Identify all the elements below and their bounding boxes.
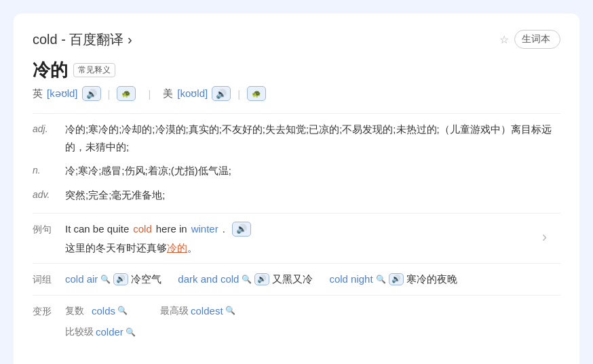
phrase-word-cold-night[interactable]: cold night [329,270,372,288]
example-en: It can be quite cold here in winter. 🔊 [65,220,560,238]
word-title-row: 冷的 常见释义 [33,58,560,82]
phrase-audio-btn-2[interactable]: 🔊 [389,273,404,285]
example-arrow-icon[interactable]: › [542,228,547,246]
morphology-section-row: 变形 复数 colds 🔍 最高级 coldest 🔍 比较级 colder [33,302,560,345]
example-speaker-icon: 🔊 [236,224,247,234]
def-adj-text: 冷的;寒冷的;冷却的;冷漠的;真实的;不友好的;失去知觉;已凉的;不易发现的;未… [65,121,560,155]
plural-search-icon[interactable]: 🔍 [117,304,128,317]
translation-card: cold - 百度翻译 › ☆ 生词本 冷的 常见释义 英 [kəʊld] 🔊 … [14,14,579,364]
definitions-section: adj. 冷的;寒冷的;冷却的;冷漠的;真实的;不友好的;失去知觉;已凉的;不易… [33,121,560,203]
morphology-item-superlative: 最高级 coldest 🔍 [160,302,235,320]
plural-word[interactable]: colds [92,302,115,320]
phrase-item-cold-air: cold air 🔍 🔊 冷空气 [65,270,161,288]
british-audio-btn[interactable]: 🔊 [82,86,101,101]
phrase-search-icon-1[interactable]: 🔍 [242,272,252,286]
slow-speaker-icon-2: 🐢 [252,89,261,98]
example-en-after: . [223,220,225,238]
plural-form-label: 复数 [65,303,90,319]
example-section-wrapper: 例句 It can be quite cold here in winter. … [33,220,560,256]
british-phonetic-text: [kəʊld] [47,87,78,100]
phonetics-separator: | [148,88,151,100]
british-slow-audio-btn[interactable]: 🐢 [117,86,136,101]
definition-row-n: n. 冷;寒冷;感冒;伤风;着凉;(尤指)低气温; [33,162,560,180]
header-right: ☆ 生词本 [499,30,560,49]
speaker-icon: 🔊 [86,89,97,99]
american-label: 美 [163,87,173,100]
morph-divider [33,295,560,296]
divider-pipe: | [108,88,111,100]
example-cold-word: cold [133,220,152,238]
phrases-content: cold air 🔍 🔊 冷空气 dark and cold 🔍 🔊 又黑又冷 … [65,270,560,288]
superlative-form-label: 最高级 [160,303,189,319]
morphology-label: 变形 [33,302,65,320]
pos-adv: adv. [33,186,65,204]
vocab-button-label: 生词本 [522,33,550,45]
definition-row-adj: adj. 冷的;寒冷的;冷却的;冷漠的;真实的;不友好的;失去知觉;已凉的;不易… [33,121,560,155]
example-label: 例句 [33,220,65,238]
top-divider [33,113,560,114]
phrase-word-dark-cold[interactable]: dark and cold [178,270,239,288]
phrase-audio-btn-0[interactable]: 🔊 [113,273,128,285]
example-zh-highlight: 冷的 [167,242,187,254]
phrase-divider [33,263,560,264]
def-adv-text: 突然;完全;毫无准备地; [65,186,560,204]
star-icon: ☆ [499,33,509,46]
phrase-search-icon-2[interactable]: 🔍 [376,272,386,286]
phrase-audio-btn-1[interactable]: 🔊 [254,273,269,285]
morphology-item-comparative: 比较级 colder 🔍 [65,323,136,341]
american-phonetic-text: [koʊld] [177,87,208,100]
comparative-form-label: 比较级 [65,324,94,340]
british-label: 英 [33,87,43,100]
phrases-label: 词组 [33,270,65,288]
speaker-icon-2: 🔊 [216,89,227,99]
example-zh: 这里的冬天有时还真够冷的。 [65,239,560,257]
page-title: cold - 百度翻译 › [33,32,132,47]
divider-pipe-2: | [237,88,240,100]
morphology-row-1: 比较级 colder 🔍 [65,323,560,341]
title-link[interactable]: cold - 百度翻译 › [33,31,132,49]
phrase-translation-dark-cold: 又黑又冷 [272,270,313,288]
phrase-translation-cold-air: 冷空气 [131,270,161,288]
header-row: cold - 百度翻译 › ☆ 生词本 [33,30,560,49]
morphology-row-0: 复数 colds 🔍 最高级 coldest 🔍 [65,302,560,320]
morphology-item-plural: 复数 colds 🔍 [65,302,128,320]
british-phonetic-group: 英 [kəʊld] 🔊 | 🐢 [33,86,136,101]
superlative-search-icon[interactable]: 🔍 [225,304,235,317]
example-winter-word: winter [191,220,218,238]
phrase-search-icon-0[interactable]: 🔍 [100,272,111,286]
morphology-content: 复数 colds 🔍 最高级 coldest 🔍 比较级 colder 🔍 [65,302,560,345]
definition-row-adv: adv. 突然;完全;毫无准备地; [33,186,560,204]
example-en-before: It can be quite [65,220,129,238]
def-n-text: 冷;寒冷;感冒;伤风;着凉;(尤指)低气温; [65,162,560,180]
example-section-row: 例句 It can be quite cold here in winter. … [33,220,560,256]
american-phonetic-group: 美 [koʊld] 🔊 | 🐢 [163,86,266,101]
phrase-item-cold-night: cold night 🔍 🔊 寒冷的夜晚 [329,270,457,288]
pos-adj: adj. [33,121,65,155]
common-meaning-badge[interactable]: 常见释义 [73,63,115,77]
example-en-middle: here in [156,220,187,238]
translated-word: 冷的 [33,58,68,82]
superlative-word[interactable]: coldest [191,302,223,320]
phrase-translation-cold-night: 寒冷的夜晚 [406,270,457,288]
phrase-word-cold-air[interactable]: cold air [65,270,98,288]
example-zh-before: 这里的冬天有时还真够 [65,242,167,254]
phrases-section-row: 词组 cold air 🔍 🔊 冷空气 dark and cold 🔍 🔊 又黑… [33,270,560,288]
slow-speaker-icon: 🐢 [121,89,131,98]
vocab-button[interactable]: 生词本 [514,30,560,49]
example-content: It can be quite cold here in winter. 🔊 这… [65,220,560,256]
example-audio-btn[interactable]: 🔊 [232,222,251,237]
american-audio-btn[interactable]: 🔊 [212,86,231,101]
example-zh-after: 。 [187,242,197,254]
comparative-word[interactable]: colder [96,323,123,341]
mid-divider [33,213,560,214]
phrase-item-dark-cold: dark and cold 🔍 🔊 又黑又冷 [178,270,313,288]
phonetics-row: 英 [kəʊld] 🔊 | 🐢 | 美 [koʊld] 🔊 | 🐢 [33,86,560,101]
comparative-search-icon[interactable]: 🔍 [126,325,136,339]
american-slow-audio-btn[interactable]: 🐢 [247,86,266,101]
pos-n: n. [33,162,65,180]
